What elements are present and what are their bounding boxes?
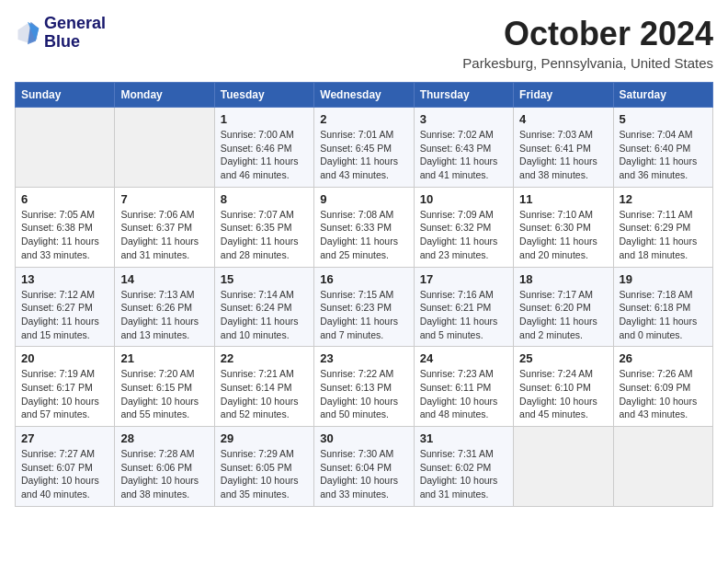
calendar-cell: 20Sunrise: 7:19 AM Sunset: 6:17 PM Dayli…: [16, 347, 115, 427]
logo: General Blue: [15, 15, 106, 52]
day-info: Sunrise: 7:00 AM Sunset: 6:46 PM Dayligh…: [221, 128, 308, 182]
calendar-cell: 16Sunrise: 7:15 AM Sunset: 6:23 PM Dayli…: [314, 267, 414, 347]
calendar-cell: 19Sunrise: 7:18 AM Sunset: 6:18 PM Dayli…: [613, 267, 712, 347]
calendar-cell: 4Sunrise: 7:03 AM Sunset: 6:41 PM Daylig…: [514, 108, 613, 188]
logo-text: General Blue: [44, 15, 106, 52]
calendar-cell: 13Sunrise: 7:12 AM Sunset: 6:27 PM Dayli…: [16, 267, 115, 347]
day-info: Sunrise: 7:12 AM Sunset: 6:27 PM Dayligh…: [21, 288, 108, 342]
calendar-cell: 24Sunrise: 7:23 AM Sunset: 6:11 PM Dayli…: [414, 347, 513, 427]
weekday-header: Monday: [115, 83, 214, 108]
day-number: 5: [620, 112, 707, 126]
day-number: 25: [519, 351, 607, 365]
day-number: 9: [320, 192, 407, 206]
day-info: Sunrise: 7:03 AM Sunset: 6:41 PM Dayligh…: [519, 128, 607, 182]
day-info: Sunrise: 7:14 AM Sunset: 6:24 PM Dayligh…: [221, 288, 308, 342]
day-info: Sunrise: 7:20 AM Sunset: 6:15 PM Dayligh…: [120, 367, 208, 421]
day-info: Sunrise: 7:10 AM Sunset: 6:30 PM Dayligh…: [519, 208, 607, 262]
day-number: 16: [320, 272, 407, 286]
day-info: Sunrise: 7:30 AM Sunset: 6:04 PM Dayligh…: [320, 447, 407, 501]
day-number: 22: [221, 351, 308, 365]
day-info: Sunrise: 7:13 AM Sunset: 6:26 PM Dayligh…: [120, 288, 208, 342]
calendar-cell: 5Sunrise: 7:04 AM Sunset: 6:40 PM Daylig…: [613, 108, 712, 188]
weekday-header: Friday: [514, 83, 613, 108]
calendar-cell: 1Sunrise: 7:00 AM Sunset: 6:46 PM Daylig…: [214, 108, 313, 188]
calendar-cell: [115, 108, 214, 188]
weekday-header: Thursday: [414, 83, 513, 108]
day-number: 30: [320, 431, 407, 445]
calendar-cell: 14Sunrise: 7:13 AM Sunset: 6:26 PM Dayli…: [115, 267, 214, 347]
day-info: Sunrise: 7:27 AM Sunset: 6:07 PM Dayligh…: [21, 447, 108, 501]
calendar-cell: 26Sunrise: 7:26 AM Sunset: 6:09 PM Dayli…: [613, 347, 712, 427]
day-number: 14: [120, 272, 208, 286]
day-info: Sunrise: 7:31 AM Sunset: 6:02 PM Dayligh…: [420, 447, 507, 501]
day-number: 1: [221, 112, 308, 126]
day-info: Sunrise: 7:26 AM Sunset: 6:09 PM Dayligh…: [620, 367, 707, 421]
calendar-cell: 21Sunrise: 7:20 AM Sunset: 6:15 PM Dayli…: [115, 347, 214, 427]
day-info: Sunrise: 7:19 AM Sunset: 6:17 PM Dayligh…: [21, 367, 108, 421]
weekday-header: Sunday: [16, 83, 115, 108]
day-info: Sunrise: 7:21 AM Sunset: 6:14 PM Dayligh…: [221, 367, 308, 421]
day-number: 8: [221, 192, 308, 206]
day-number: 12: [620, 192, 707, 206]
calendar-cell: 18Sunrise: 7:17 AM Sunset: 6:20 PM Dayli…: [514, 267, 613, 347]
day-info: Sunrise: 7:16 AM Sunset: 6:21 PM Dayligh…: [420, 288, 507, 342]
day-number: 21: [120, 351, 208, 365]
title-area: October 2024 Parkesburg, Pennsylvania, U…: [462, 15, 713, 71]
calendar-cell: 3Sunrise: 7:02 AM Sunset: 6:43 PM Daylig…: [414, 108, 513, 188]
calendar-week-row: 1Sunrise: 7:00 AM Sunset: 6:46 PM Daylig…: [16, 108, 713, 188]
day-number: 11: [519, 192, 607, 206]
day-number: 18: [519, 272, 607, 286]
day-info: Sunrise: 7:24 AM Sunset: 6:10 PM Dayligh…: [519, 367, 607, 421]
calendar-cell: [613, 427, 712, 507]
calendar-cell: 11Sunrise: 7:10 AM Sunset: 6:30 PM Dayli…: [514, 187, 613, 267]
calendar-cell: [514, 427, 613, 507]
day-number: 23: [320, 351, 407, 365]
day-info: Sunrise: 7:28 AM Sunset: 6:06 PM Dayligh…: [120, 447, 208, 501]
calendar-cell: 8Sunrise: 7:07 AM Sunset: 6:35 PM Daylig…: [214, 187, 313, 267]
day-info: Sunrise: 7:18 AM Sunset: 6:18 PM Dayligh…: [620, 288, 707, 342]
day-info: Sunrise: 7:07 AM Sunset: 6:35 PM Dayligh…: [221, 208, 308, 262]
calendar-cell: 27Sunrise: 7:27 AM Sunset: 6:07 PM Dayli…: [16, 427, 115, 507]
month-title: October 2024: [462, 15, 713, 53]
day-info: Sunrise: 7:23 AM Sunset: 6:11 PM Dayligh…: [420, 367, 507, 421]
weekday-header-row: SundayMondayTuesdayWednesdayThursdayFrid…: [16, 83, 713, 108]
calendar-cell: 7Sunrise: 7:06 AM Sunset: 6:37 PM Daylig…: [115, 187, 214, 267]
calendar-cell: 25Sunrise: 7:24 AM Sunset: 6:10 PM Dayli…: [514, 347, 613, 427]
day-number: 6: [21, 192, 108, 206]
calendar-week-row: 13Sunrise: 7:12 AM Sunset: 6:27 PM Dayli…: [16, 267, 713, 347]
day-number: 4: [519, 112, 607, 126]
calendar-cell: 23Sunrise: 7:22 AM Sunset: 6:13 PM Dayli…: [314, 347, 414, 427]
calendar-cell: 9Sunrise: 7:08 AM Sunset: 6:33 PM Daylig…: [314, 187, 414, 267]
weekday-header: Tuesday: [214, 83, 313, 108]
weekday-header: Wednesday: [314, 83, 414, 108]
calendar-cell: 30Sunrise: 7:30 AM Sunset: 6:04 PM Dayli…: [314, 427, 414, 507]
day-info: Sunrise: 7:02 AM Sunset: 6:43 PM Dayligh…: [420, 128, 507, 182]
day-info: Sunrise: 7:29 AM Sunset: 6:05 PM Dayligh…: [221, 447, 308, 501]
calendar-cell: 6Sunrise: 7:05 AM Sunset: 6:38 PM Daylig…: [16, 187, 115, 267]
day-number: 2: [320, 112, 407, 126]
day-info: Sunrise: 7:15 AM Sunset: 6:23 PM Dayligh…: [320, 288, 407, 342]
page-header: General Blue October 2024 Parkesburg, Pe…: [15, 15, 713, 71]
day-info: Sunrise: 7:01 AM Sunset: 6:45 PM Dayligh…: [320, 128, 407, 182]
day-info: Sunrise: 7:17 AM Sunset: 6:20 PM Dayligh…: [519, 288, 607, 342]
day-info: Sunrise: 7:11 AM Sunset: 6:29 PM Dayligh…: [620, 208, 707, 262]
calendar-cell: 15Sunrise: 7:14 AM Sunset: 6:24 PM Dayli…: [214, 267, 313, 347]
day-info: Sunrise: 7:08 AM Sunset: 6:33 PM Dayligh…: [320, 208, 407, 262]
calendar-cell: 2Sunrise: 7:01 AM Sunset: 6:45 PM Daylig…: [314, 108, 414, 188]
calendar-cell: 31Sunrise: 7:31 AM Sunset: 6:02 PM Dayli…: [414, 427, 513, 507]
day-number: 3: [420, 112, 507, 126]
calendar-cell: 10Sunrise: 7:09 AM Sunset: 6:32 PM Dayli…: [414, 187, 513, 267]
calendar-week-row: 20Sunrise: 7:19 AM Sunset: 6:17 PM Dayli…: [16, 347, 713, 427]
calendar-cell: 17Sunrise: 7:16 AM Sunset: 6:21 PM Dayli…: [414, 267, 513, 347]
day-number: 28: [120, 431, 208, 445]
calendar-cell: [16, 108, 115, 188]
day-number: 20: [21, 351, 108, 365]
weekday-header: Saturday: [613, 83, 712, 108]
day-number: 15: [221, 272, 308, 286]
logo-icon: [15, 20, 40, 46]
day-info: Sunrise: 7:22 AM Sunset: 6:13 PM Dayligh…: [320, 367, 407, 421]
day-number: 7: [120, 192, 208, 206]
day-number: 19: [620, 272, 707, 286]
day-number: 17: [420, 272, 507, 286]
day-info: Sunrise: 7:09 AM Sunset: 6:32 PM Dayligh…: [420, 208, 507, 262]
